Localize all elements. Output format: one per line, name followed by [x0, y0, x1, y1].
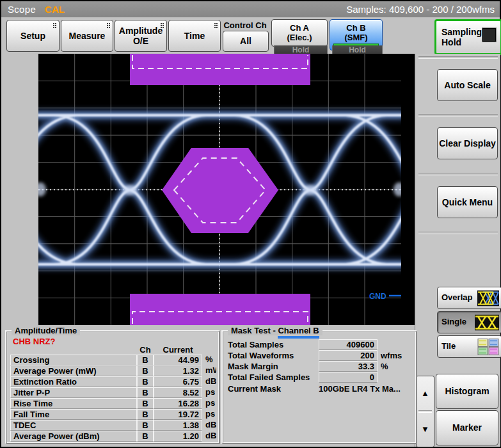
time-button[interactable]: Time	[168, 20, 221, 52]
mask-test-row: Total Samples 409600	[228, 339, 413, 350]
mask-stat-label: Mask Margin	[228, 361, 319, 372]
tile-view-button[interactable]: Tile	[437, 335, 501, 358]
meas-unit: ps	[202, 409, 216, 420]
mask-stat-value: 0	[319, 372, 378, 383]
clear-display-label: Clear Display	[439, 138, 496, 148]
mask-stat-label: Total Failed Samples	[228, 372, 319, 383]
scroll-up-button[interactable]: ▲	[417, 378, 434, 408]
separator	[418, 114, 498, 116]
setup-button[interactable]: Setup	[6, 20, 60, 52]
amplitude-oe-button[interactable]: Amplitude O/E	[115, 20, 167, 52]
measure-button-label: Measure	[69, 31, 106, 41]
measurement-row: TDEC B 1.38 dB	[10, 420, 216, 431]
histogram-button[interactable]: Histogram	[436, 374, 498, 409]
mask-stat-value: 200	[319, 350, 378, 361]
meas-value: 16.28	[154, 398, 202, 409]
meas-channel: B	[137, 409, 154, 420]
meas-value: 19.72	[154, 409, 202, 420]
channel-a-label: Ch A (Elec.)	[287, 24, 312, 43]
mask-stat-unit	[378, 339, 413, 350]
mask-center	[162, 148, 278, 233]
control-ch-label: Control Ch	[221, 20, 269, 30]
mask-stat-unit: wfms	[378, 350, 413, 361]
mask-stat-unit	[378, 372, 413, 383]
scroll-down-button[interactable]: ▼	[417, 413, 434, 444]
mask-test-panel: Mask Test - Channel B Total Samples 4096…	[221, 330, 417, 444]
col-ch: Ch	[137, 344, 154, 355]
mask-stat-unit: %	[378, 361, 413, 372]
measurement-row: Crossing B 44.99 %	[10, 355, 216, 365]
mask-stat-value: 33.3	[319, 361, 378, 372]
meas-label: Extinction Ratio	[10, 376, 137, 387]
channel-b-hold-label: Hold	[349, 45, 366, 54]
meas-value: 1.38	[154, 420, 202, 431]
menu-dots-icon	[107, 23, 108, 24]
marker-label: Marker	[452, 422, 482, 433]
tile-grid-icon	[477, 338, 499, 355]
gnd-marker: GND	[369, 292, 401, 301]
eye-diagram-display: GND	[38, 54, 401, 325]
amplitude-time-panel: Amplitude/Time CHB NRZ? Ch Current Cross…	[5, 330, 220, 444]
mask-stat-value: 409600	[319, 339, 378, 350]
meas-channel: B	[137, 398, 154, 409]
measurement-row: Average Power (mW) B 1.32 mW	[10, 365, 216, 376]
meas-label: Jitter P-P	[10, 387, 137, 398]
meas-label: Average Power (mW)	[10, 365, 137, 376]
mask-test-row: Mask Margin 33.3 %	[228, 361, 413, 372]
mask-stat-label: Total Waveforms	[228, 350, 319, 361]
samples-readout: Samples: 409,600 - 200 / 200wfms	[346, 4, 495, 15]
overlap-view-button[interactable]: Overlap	[437, 287, 501, 309]
meas-unit: %	[202, 355, 216, 365]
amplitude-time-title: Amplitude/Time	[12, 326, 80, 335]
setup-button-label: Setup	[20, 31, 45, 41]
current-mask-value: 100GbE LR4 Tx Ma...	[319, 383, 413, 394]
meas-label: Crossing	[10, 355, 137, 365]
time-button-label: Time	[184, 31, 205, 41]
measure-button[interactable]: Measure	[61, 20, 113, 52]
meas-unit: dBm	[202, 431, 216, 442]
divider	[418, 410, 432, 413]
channel-b-label: Ch B (SMF)	[344, 24, 367, 43]
channel-a-button[interactable]: Ch A (Elec.)	[271, 19, 328, 47]
separator	[418, 232, 498, 234]
single-view-button[interactable]: Single	[437, 311, 501, 333]
menu-dots-icon	[161, 23, 162, 24]
menu-dots-icon	[214, 23, 216, 24]
meas-unit: ps	[202, 398, 216, 409]
mask-bottom	[130, 294, 310, 325]
gnd-label: GND	[369, 292, 386, 301]
meas-unit: dB	[202, 376, 216, 387]
overlap-eyes-icon	[477, 290, 499, 306]
up-arrow-icon: ▲	[421, 388, 429, 398]
clear-display-button[interactable]: Clear Display	[437, 127, 498, 159]
sampling-hold-indicator	[482, 28, 496, 42]
control-ch-all-button[interactable]: All	[223, 31, 269, 52]
meas-unit: dB	[202, 420, 216, 431]
meas-channel: B	[137, 420, 154, 431]
meas-value: 1.32	[154, 365, 202, 376]
sampling-hold-button[interactable]: Sampling Hold	[434, 19, 501, 55]
meas-value: 6.75	[154, 376, 202, 387]
down-arrow-icon: ▼	[421, 424, 429, 434]
meas-channel: B	[137, 431, 154, 442]
control-ch-all-label: All	[240, 36, 251, 46]
meas-unit: mW	[202, 365, 216, 376]
mask-stat-label: Current Mask	[228, 383, 319, 394]
overlap-label: Overlap	[441, 293, 472, 303]
meas-value: 1.20	[154, 431, 202, 442]
marker-button[interactable]: Marker	[436, 410, 498, 445]
tile-label: Tile	[441, 342, 456, 351]
single-eye-icon	[475, 314, 499, 330]
auto-scale-label: Auto Scale	[444, 80, 490, 90]
measurement-row: Average Power (dBm) B 1.20 dBm	[10, 431, 216, 442]
scope-screen: Scope CAL Samples: 409,600 - 200 / 200wf…	[0, 0, 501, 448]
channel-b-hold-button[interactable]: Hold	[332, 45, 383, 54]
quick-menu-button[interactable]: Quick Menu	[437, 186, 498, 218]
measurement-header: Ch Current	[10, 344, 216, 355]
auto-scale-button[interactable]: Auto Scale	[437, 69, 498, 101]
meas-value: 8.52	[154, 387, 202, 398]
meas-channel: B	[137, 365, 154, 376]
sampling-hold-label: Sampling Hold	[441, 27, 482, 47]
channel-a-hold-button[interactable]: Hold	[274, 45, 328, 54]
eye-diagram: GND	[38, 54, 401, 325]
